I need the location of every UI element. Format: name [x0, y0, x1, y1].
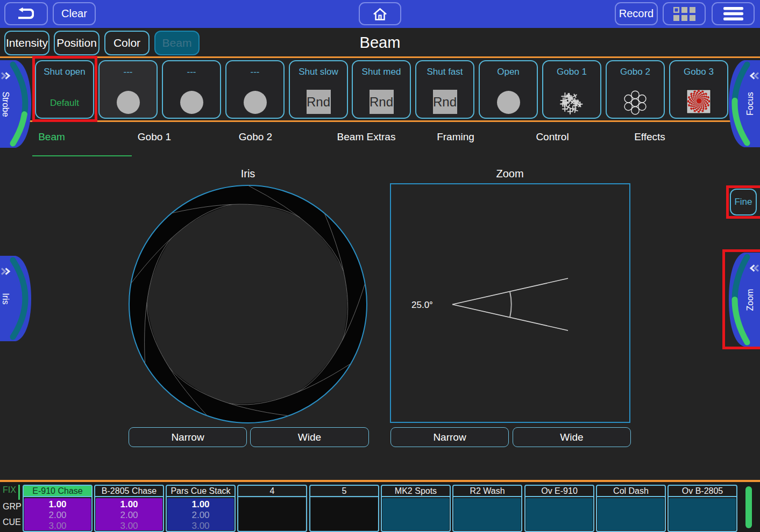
svg-text:Focus: Focus — [745, 92, 755, 116]
svg-text:25.0°: 25.0° — [411, 300, 433, 310]
svg-text:Strobe: Strobe — [1, 91, 10, 117]
svg-text:Iris: Iris — [1, 293, 10, 304]
